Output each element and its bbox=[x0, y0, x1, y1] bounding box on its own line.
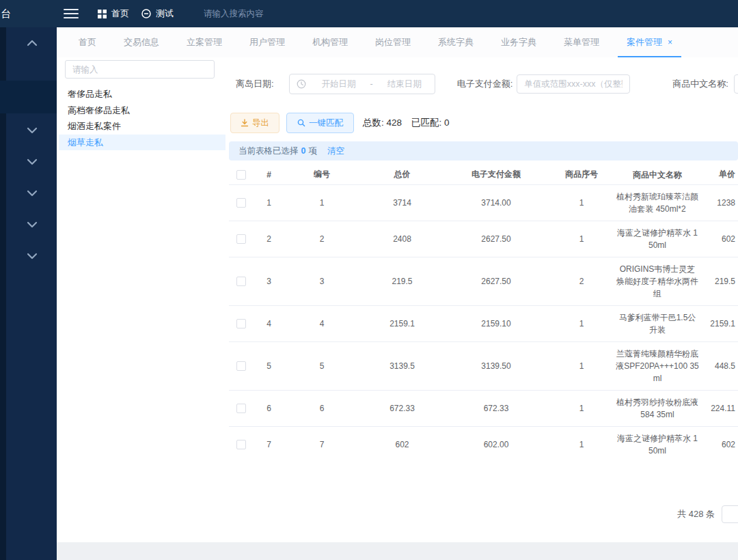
close-icon[interactable]: × bbox=[668, 38, 672, 47]
end-date-placeholder[interactable]: 结束日期 bbox=[374, 79, 435, 90]
cell-total: 602 bbox=[359, 440, 445, 449]
sidebar-active-item[interactable] bbox=[0, 81, 57, 113]
tab-home[interactable]: 首页 bbox=[70, 27, 105, 57]
download-icon bbox=[241, 119, 249, 127]
cell-unit: 602 bbox=[699, 234, 738, 244]
tab-biz-dict[interactable]: 业务字典 bbox=[492, 27, 545, 57]
chevron-up-icon[interactable] bbox=[27, 40, 38, 46]
row-checkbox[interactable] bbox=[236, 277, 246, 286]
sidebar bbox=[0, 0, 57, 560]
start-date-placeholder[interactable]: 开始日期 bbox=[309, 79, 369, 90]
tab-post-mgmt[interactable]: 岗位管理 bbox=[366, 27, 420, 57]
cell-epay: 2159.10 bbox=[445, 319, 547, 328]
hamburger-menu-icon[interactable] bbox=[64, 6, 79, 21]
app-logo: 台 bbox=[1, 8, 14, 20]
cell-seq: 1 bbox=[547, 404, 616, 413]
row-checkbox[interactable] bbox=[236, 234, 246, 244]
category-list: 奢侈品走私 高档奢侈品走私 烟酒走私案件 烟草走私 bbox=[59, 86, 226, 150]
col-header-unit: 单价 bbox=[699, 169, 738, 180]
export-button[interactable]: 导出 bbox=[230, 113, 279, 133]
total-count-text: 总数: 428 bbox=[363, 117, 402, 129]
select-all-checkbox[interactable] bbox=[236, 170, 246, 180]
tab-menu-mgmt[interactable]: 菜单管理 bbox=[555, 27, 608, 57]
cell-unit: 1238 bbox=[699, 198, 738, 208]
name-filter-label: 商品中文名称: bbox=[672, 78, 728, 90]
col-header-epay: 电子支付金额 bbox=[445, 169, 547, 180]
cell-epay: 3139.50 bbox=[445, 361, 547, 371]
search-icon bbox=[297, 119, 305, 127]
table-header-row: # 编号 总价 电子支付金额 商品序号 商品中文名称 单价 bbox=[229, 165, 738, 185]
date-range-picker[interactable]: 开始日期 - 结束日期 bbox=[289, 74, 435, 94]
table-row: 3 3 219.5 2627.50 2 ORIGINS韦博士灵芝焕能好度子精华水… bbox=[229, 257, 738, 306]
row-checkbox[interactable] bbox=[236, 361, 246, 371]
cell-total: 672.33 bbox=[359, 404, 445, 413]
selection-suffix: 项 bbox=[308, 145, 317, 157]
row-checkbox[interactable] bbox=[236, 198, 246, 208]
cell-index: 1 bbox=[254, 198, 284, 208]
selection-bar: 当前表格已选择 0 项 清空 bbox=[229, 141, 738, 160]
chevron-down-icon[interactable] bbox=[27, 158, 38, 165]
category-item-tobacco-alcohol[interactable]: 烟酒走私案件 bbox=[59, 118, 226, 135]
row-checkbox[interactable] bbox=[236, 404, 246, 413]
category-item-luxury[interactable]: 奢侈品走私 bbox=[59, 86, 226, 102]
cell-seq: 1 bbox=[547, 440, 616, 449]
bottom-strip bbox=[57, 542, 738, 560]
date-filter-label: 离岛日期: bbox=[236, 78, 274, 90]
tab-user-mgmt[interactable]: 用户管理 bbox=[241, 27, 294, 57]
filter-row: 离岛日期: 开始日期 - 结束日期 电子支付金额: 商品中文名称: bbox=[229, 74, 738, 94]
cell-code: 7 bbox=[284, 440, 359, 449]
table-row: 5 5 3139.5 3139.50 1 兰蔻菁纯臻颜精华粉底液SPF20PA+… bbox=[229, 342, 738, 391]
tab-org-mgmt[interactable]: 机构管理 bbox=[303, 27, 357, 57]
chevron-down-icon[interactable] bbox=[27, 190, 38, 197]
pagination-total: 共 428 条 bbox=[677, 508, 715, 520]
tab-trade-info[interactable]: 交易信息 bbox=[115, 27, 168, 57]
chevron-down-icon[interactable] bbox=[27, 221, 38, 228]
topbar-nav-home[interactable]: 首页 bbox=[98, 8, 129, 20]
cell-unit: 219.5 bbox=[699, 277, 738, 286]
chevron-down-icon[interactable] bbox=[27, 127, 38, 134]
cell-name: 海蓝之谜修护精萃水 150ml bbox=[616, 227, 699, 251]
cell-code: 2 bbox=[284, 234, 359, 244]
page-size-select[interactable] bbox=[722, 505, 738, 523]
row-checkbox[interactable] bbox=[236, 440, 246, 449]
row-checkbox[interactable] bbox=[236, 319, 246, 328]
cell-code: 4 bbox=[284, 319, 359, 328]
topbar-home-label: 首页 bbox=[111, 8, 129, 20]
category-item-tobacco[interactable]: 烟草走私 bbox=[59, 135, 226, 151]
category-item-highend-luxury[interactable]: 高档奢侈品走私 bbox=[59, 102, 226, 119]
table-row: 7 7 602 602.00 1 海蓝之谜修护精萃水 150ml 602 bbox=[229, 427, 738, 460]
tab-case-filing[interactable]: 立案管理 bbox=[178, 27, 231, 57]
cell-seq: 1 bbox=[547, 361, 616, 371]
cell-index: 2 bbox=[254, 234, 284, 244]
clear-selection-link[interactable]: 清空 bbox=[327, 145, 344, 157]
topbar-nav-test[interactable]: 测试 bbox=[141, 8, 174, 20]
minus-circle-icon bbox=[141, 9, 151, 18]
table-row: 1 1 3714 3714.00 1 植村秀新琥珀臻萃洁颜油套装 450ml*2… bbox=[229, 185, 738, 221]
cell-name: 植村秀羽纱持妆粉底液 584 35ml bbox=[616, 396, 699, 421]
page-tabbar: 首页 交易信息 立案管理 用户管理 机构管理 岗位管理 系统字典 业务字典 菜单… bbox=[57, 27, 738, 57]
chevron-down-icon[interactable] bbox=[27, 253, 38, 260]
cell-index: 4 bbox=[254, 319, 284, 328]
cell-epay: 3714.00 bbox=[445, 198, 547, 208]
cell-name: 兰蔻菁纯臻颜精华粉底液SPF20PA+++100 35ml bbox=[616, 348, 699, 384]
export-button-label: 导出 bbox=[252, 117, 269, 129]
tab-sys-dict[interactable]: 系统字典 bbox=[429, 27, 482, 57]
col-header-name: 商品中文名称 bbox=[616, 169, 699, 181]
global-search-input[interactable] bbox=[204, 9, 354, 18]
cell-total: 2408 bbox=[359, 234, 445, 244]
table-row: 2 2 2408 2627.50 1 海蓝之谜修护精萃水 150ml 602 bbox=[229, 221, 738, 257]
cell-unit: 448.5 bbox=[699, 361, 738, 371]
grid-icon bbox=[98, 10, 107, 18]
cell-index: 6 bbox=[254, 404, 284, 413]
main-area: 首页 交易信息 立案管理 用户管理 机构管理 岗位管理 系统字典 业务字典 菜单… bbox=[57, 27, 738, 560]
cell-epay: 2627.50 bbox=[445, 234, 547, 244]
amount-filter-input[interactable] bbox=[517, 74, 630, 94]
cell-seq: 1 bbox=[547, 198, 616, 208]
category-search-input[interactable] bbox=[65, 60, 215, 79]
tab-case-mgmt[interactable]: 案件管理× bbox=[618, 27, 681, 57]
cell-unit: 2159.1 bbox=[699, 319, 738, 328]
one-click-match-button[interactable]: 一键匹配 bbox=[286, 113, 354, 133]
col-header-code: 编号 bbox=[284, 169, 359, 180]
cell-total: 219.5 bbox=[359, 277, 445, 286]
name-filter-input[interactable] bbox=[734, 74, 738, 94]
